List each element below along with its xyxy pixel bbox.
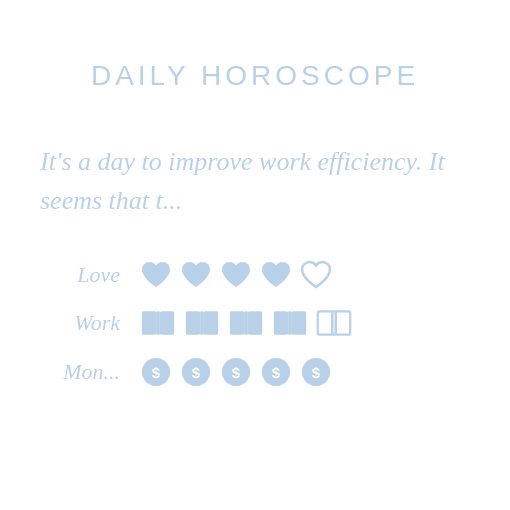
svg-rect-3 <box>186 311 200 334</box>
work-icons <box>140 308 352 338</box>
svg-text:$: $ <box>152 364 161 381</box>
ratings-section: Love Work <box>0 260 510 388</box>
love-heart-2 <box>180 260 212 290</box>
svg-rect-7 <box>248 311 262 334</box>
love-heart-1 <box>140 260 172 290</box>
svg-rect-4 <box>204 311 218 334</box>
work-label: Work <box>30 310 140 336</box>
money-label: Mon... <box>30 359 140 385</box>
svg-rect-11 <box>288 311 292 334</box>
money-dollar-1: $ <box>140 356 172 388</box>
svg-rect-14 <box>332 311 336 334</box>
page-title: DAILY HOROSCOPE <box>91 60 419 92</box>
svg-rect-12 <box>318 311 332 334</box>
svg-rect-0 <box>142 311 156 334</box>
love-label: Love <box>30 262 140 288</box>
work-book-3 <box>228 308 264 338</box>
svg-rect-1 <box>160 311 174 334</box>
love-icons <box>140 260 332 290</box>
money-icons: $ $ $ $ $ <box>140 356 332 388</box>
money-dollar-3: $ <box>220 356 252 388</box>
svg-rect-5 <box>200 311 204 334</box>
horoscope-text: It's a day to improve work efficiency. I… <box>0 142 510 220</box>
work-book-2 <box>184 308 220 338</box>
love-heart-5-outline <box>300 260 332 290</box>
work-book-4 <box>272 308 308 338</box>
love-rating-row: Love <box>30 260 480 290</box>
work-rating-row: Work <box>30 308 480 338</box>
svg-rect-13 <box>336 311 350 334</box>
svg-rect-10 <box>292 311 306 334</box>
love-heart-4 <box>260 260 292 290</box>
svg-text:$: $ <box>192 364 201 381</box>
svg-text:$: $ <box>272 364 281 381</box>
svg-rect-6 <box>230 311 244 334</box>
work-book-5-outline <box>316 308 352 338</box>
money-dollar-4: $ <box>260 356 292 388</box>
money-dollar-5: $ <box>300 356 332 388</box>
work-book-1 <box>140 308 176 338</box>
svg-rect-8 <box>244 311 248 334</box>
love-heart-3 <box>220 260 252 290</box>
svg-rect-2 <box>156 311 160 334</box>
money-rating-row: Mon... $ $ $ $ $ <box>30 356 480 388</box>
svg-rect-9 <box>274 311 288 334</box>
svg-text:$: $ <box>232 364 241 381</box>
money-dollar-2: $ <box>180 356 212 388</box>
svg-text:$: $ <box>312 364 321 381</box>
